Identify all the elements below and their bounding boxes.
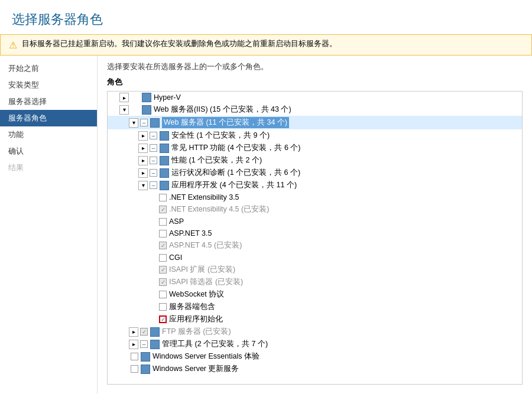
checkbox-performance[interactable] <box>150 157 157 164</box>
checkbox-websocket[interactable] <box>159 291 167 298</box>
tree-node-net-ext35[interactable]: .NET Extensibility 3.5 <box>108 191 522 203</box>
sidebar-item-服务器角色[interactable]: 服务器角色 <box>0 110 97 126</box>
node-icon-win-update <box>141 365 150 374</box>
tree-node-web-server[interactable]: ▾Web 服务器 (11 个已安装，共 34 个) <box>108 116 522 129</box>
expand-placeholder-net-ext45 <box>148 205 157 214</box>
sidebar-item-开始之前[interactable]: 开始之前 <box>0 60 97 77</box>
sidebar-item-服务器选择[interactable]: 服务器选择 <box>0 93 97 110</box>
checkbox-health-diag[interactable] <box>150 169 157 177</box>
node-text-server-side-incl: 服务器端包含 <box>169 302 215 312</box>
warning-icon: ⚠ <box>9 40 17 51</box>
expand-placeholder-cgi <box>148 253 157 262</box>
expand-placeholder-aspnet35 <box>148 229 157 238</box>
tree-node-security[interactable]: ▸安全性 (1 个已安装，共 9 个) <box>108 129 522 142</box>
tree-node-server-side-incl[interactable]: 服务器端包含 <box>108 301 522 313</box>
node-text-net-ext45: .NET Extensibility 4.5 (已安装) <box>169 204 269 214</box>
roles-label: 角色 <box>107 77 523 87</box>
node-text-web-server-iis: Web 服务器(IIS) (15 个已安装，共 43 个) <box>154 105 291 115</box>
checkbox-disabled-ftp-server <box>140 328 148 336</box>
tree-node-app-dev[interactable]: ▾应用程序开发 (4 个已安装，共 11 个) <box>108 179 522 191</box>
tree-node-hyper-v[interactable]: ▸Hyper-V <box>108 92 522 103</box>
sidebar-item-结果: 结果 <box>0 160 97 176</box>
expand-placeholder-aspnet45 <box>148 241 157 250</box>
tree-node-performance[interactable]: ▸性能 (1 个已安装，共 2 个) <box>108 154 522 167</box>
checkbox-win-essentials[interactable] <box>131 353 138 360</box>
checkbox-security[interactable] <box>150 132 157 139</box>
collapse-btn-app-dev[interactable]: ▾ <box>138 181 148 190</box>
warning-text: 目标服务器已挂起重新启动。我们建议你在安装或删除角色或功能之前重新启动目标服务器… <box>22 39 337 49</box>
node-icon-app-dev <box>160 181 169 190</box>
checkbox-aspnet35[interactable] <box>159 230 167 237</box>
expand-placeholder-app-init <box>148 315 157 324</box>
node-text-performance: 性能 (1 个已安装，共 2 个) <box>171 155 262 165</box>
checkbox-app-init[interactable] <box>159 315 167 323</box>
tree-node-win-essentials[interactable]: Windows Server Essentials 体验 <box>108 350 522 363</box>
checkbox-disabled-isapi-ext <box>159 266 167 274</box>
node-icon-health-diag <box>160 168 169 178</box>
checkbox-app-dev[interactable] <box>150 181 157 189</box>
checkbox-asp[interactable] <box>159 218 167 226</box>
tree-node-mgmt-tools[interactable]: ▸管理工具 (2 个已安装，共 7 个) <box>108 338 522 350</box>
tree-node-aspnet45[interactable]: ASP.NET 4.5 (已安装) <box>108 239 522 252</box>
node-text-http-features: 常见 HTTP 功能 (4 个已安装，共 6 个) <box>171 143 300 153</box>
expand-btn-health-diag[interactable]: ▸ <box>138 168 148 178</box>
checkbox-disabled-isapi-filter <box>159 278 167 286</box>
tree-node-win-update[interactable]: Windows Server 更新服务 <box>108 363 522 375</box>
tree-node-isapi-ext[interactable]: ISAPI 扩展 (已安装) <box>108 263 522 276</box>
checkbox-http-features[interactable] <box>150 144 157 152</box>
node-text-ftp-server: FTP 服务器 (已安装) <box>162 327 231 337</box>
sidebar-item-功能[interactable]: 功能 <box>0 126 97 143</box>
sidebar-item-安装类型[interactable]: 安装类型 <box>0 77 97 93</box>
checkbox-disabled-net-ext45 <box>159 206 167 213</box>
expand-btn-mgmt-tools[interactable]: ▸ <box>129 340 138 349</box>
tree-node-websocket[interactable]: WebSocket 协议 <box>108 288 522 301</box>
node-icon-security <box>160 131 169 141</box>
node-icon-performance <box>160 156 169 165</box>
tree-node-health-diag[interactable]: ▸运行状况和诊断 (1 个已安装，共 6 个) <box>108 167 522 179</box>
tree-node-app-init[interactable]: 应用程序初始化 <box>108 313 522 326</box>
expand-btn-ftp-server[interactable]: ▸ <box>129 327 138 337</box>
tree-node-isapi-filter[interactable]: ISAPI 筛选器 (已安装) <box>108 276 522 288</box>
node-icon-hyper-v <box>142 93 151 102</box>
node-text-security: 安全性 (1 个已安装，共 9 个) <box>171 131 270 141</box>
expand-placeholder-win-essentials <box>119 352 129 362</box>
expand-btn-http-features[interactable]: ▸ <box>138 144 148 153</box>
checkbox-web-server[interactable] <box>140 119 148 126</box>
tree-node-net-ext45[interactable]: .NET Extensibility 4.5 (已安装) <box>108 203 522 216</box>
node-icon-ftp-server <box>150 327 160 337</box>
expand-btn-hyper-v[interactable]: ▸ <box>119 93 129 102</box>
node-text-aspnet35: ASP.NET 3.5 <box>169 229 212 237</box>
node-text-net-ext35: .NET Extensibility 3.5 <box>169 193 239 201</box>
expand-btn-performance[interactable]: ▸ <box>138 156 148 165</box>
expand-placeholder-win-update <box>119 365 129 374</box>
node-icon-web-server-iis <box>142 105 151 115</box>
expand-btn-security[interactable]: ▸ <box>138 131 148 141</box>
checkbox-mgmt-tools[interactable] <box>140 340 148 348</box>
expand-placeholder-websocket <box>148 290 157 300</box>
warning-bar: ⚠ 目标服务器已挂起重新启动。我们建议你在安装或删除角色或功能之前重新启动目标服… <box>0 34 532 56</box>
checkbox-net-ext35[interactable] <box>159 194 167 201</box>
expand-placeholder-isapi-filter <box>148 278 157 287</box>
collapse-btn-web-server[interactable]: ▾ <box>129 118 138 128</box>
checkbox-cgi[interactable] <box>159 254 167 262</box>
content-description: 选择要安装在所选服务器上的一个或多个角色。 <box>107 61 523 72</box>
tree-node-http-features[interactable]: ▸常见 HTTP 功能 (4 个已安装，共 6 个) <box>108 142 522 154</box>
node-text-aspnet45: ASP.NET 4.5 (已安装) <box>169 240 242 250</box>
checkbox-server-side-incl[interactable] <box>159 303 167 311</box>
tree-node-web-server-iis[interactable]: ▾Web 服务器(IIS) (15 个已安装，共 43 个) <box>108 103 522 116</box>
tree-node-cgi[interactable]: CGI <box>108 252 522 263</box>
node-text-win-update: Windows Server 更新服务 <box>153 364 239 374</box>
tree-node-ftp-server[interactable]: ▸FTP 服务器 (已安装) <box>108 326 522 338</box>
tree-node-aspnet35[interactable]: ASP.NET 3.5 <box>108 227 522 239</box>
expand-placeholder-isapi-ext <box>148 265 157 275</box>
tree-container[interactable]: ▸Hyper-V▾Web 服务器(IIS) (15 个已安装，共 43 个)▾W… <box>107 91 523 385</box>
sidebar-item-确认[interactable]: 确认 <box>0 143 97 160</box>
node-text-websocket: WebSocket 协议 <box>169 289 224 300</box>
node-text-mgmt-tools: 管理工具 (2 个已安装，共 7 个) <box>162 339 268 349</box>
node-text-isapi-ext: ISAPI 扩展 (已安装) <box>169 265 235 275</box>
collapse-btn-web-server-iis[interactable]: ▾ <box>119 105 129 115</box>
checkbox-disabled-aspnet45 <box>159 242 167 249</box>
node-text-isapi-filter: ISAPI 筛选器 (已安装) <box>169 277 243 287</box>
checkbox-win-update[interactable] <box>131 365 138 373</box>
tree-node-asp[interactable]: ASP <box>108 216 522 227</box>
